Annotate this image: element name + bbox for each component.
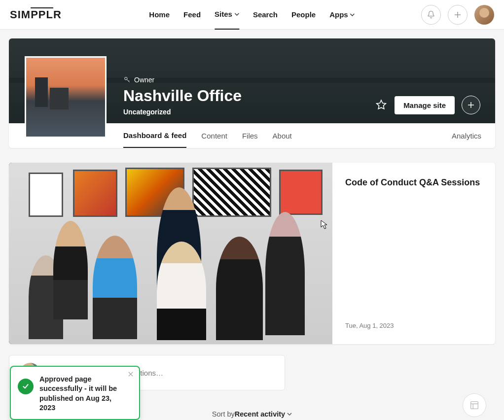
success-toast: Approved page successfully - it will be … bbox=[10, 366, 140, 420]
role-label: Owner bbox=[134, 76, 154, 84]
nav-sites[interactable]: Sites bbox=[215, 0, 239, 30]
site-add-button[interactable] bbox=[462, 96, 480, 114]
nav-search[interactable]: Search bbox=[253, 0, 278, 30]
logo[interactable]: SIMPPLR bbox=[10, 8, 62, 21]
chevron-down-icon bbox=[234, 12, 239, 17]
nav-sites-label: Sites bbox=[215, 0, 232, 29]
nav-home[interactable]: Home bbox=[149, 0, 170, 30]
bell-icon bbox=[426, 10, 436, 20]
check-circle-icon bbox=[18, 379, 34, 394]
featured-title: Code of Conduct Q&A Sessions bbox=[345, 177, 482, 188]
main-nav: Home Feed Sites Search People Apps bbox=[149, 0, 355, 30]
featured-side: Code of Conduct Q&A Sessions Tue, Aug 1,… bbox=[332, 163, 495, 344]
hero-background: Owner Nashville Office Uncategorized Man… bbox=[9, 38, 495, 123]
page-body: Owner Nashville Office Uncategorized Man… bbox=[0, 30, 504, 399]
add-button[interactable] bbox=[448, 5, 468, 25]
top-bar: SIMPPLR Home Feed Sites Search People Ap… bbox=[0, 0, 504, 30]
tab-about[interactable]: About bbox=[273, 123, 292, 148]
chevron-down-icon bbox=[350, 12, 355, 17]
site-thumbnail[interactable] bbox=[25, 56, 107, 138]
plus-icon bbox=[467, 101, 475, 109]
favorite-button[interactable] bbox=[375, 99, 388, 111]
user-avatar[interactable] bbox=[474, 5, 494, 25]
toast-message: Approved page successfully - it will be … bbox=[39, 375, 132, 413]
site-title: Nashville Office bbox=[123, 87, 242, 105]
sort-prefix: Sort by bbox=[212, 410, 235, 418]
nav-apps-label: Apps bbox=[329, 0, 348, 30]
hero-actions: Manage site bbox=[375, 96, 480, 114]
toast-close-button[interactable] bbox=[127, 371, 134, 378]
sort-value: Recent activity bbox=[235, 410, 285, 418]
featured-card[interactable]: Code of Conduct Q&A Sessions Tue, Aug 1,… bbox=[9, 163, 495, 344]
tab-content[interactable]: Content bbox=[201, 123, 227, 148]
owner-line: Owner bbox=[123, 76, 242, 84]
featured-date: Tue, Aug 1, 2023 bbox=[345, 322, 482, 329]
svg-point-0 bbox=[125, 77, 127, 80]
analytics-link[interactable]: Analytics bbox=[452, 132, 481, 140]
close-icon bbox=[127, 371, 134, 378]
chevron-down-icon bbox=[287, 412, 292, 417]
nav-apps[interactable]: Apps bbox=[329, 0, 355, 30]
plus-icon bbox=[453, 10, 462, 19]
template-icon bbox=[469, 400, 480, 411]
logo-part-a: SIM bbox=[10, 8, 31, 21]
key-icon bbox=[123, 76, 131, 84]
svg-rect-1 bbox=[471, 402, 478, 409]
star-icon bbox=[375, 99, 388, 111]
nav-people[interactable]: People bbox=[291, 0, 316, 30]
tab-files[interactable]: Files bbox=[242, 123, 258, 148]
topbar-actions bbox=[421, 5, 494, 25]
template-button[interactable] bbox=[463, 393, 486, 417]
site-category: Uncategorized bbox=[123, 108, 242, 116]
featured-image bbox=[9, 163, 332, 344]
notifications-button[interactable] bbox=[421, 5, 441, 25]
logo-part-b: PPL bbox=[31, 8, 53, 21]
hero-text: Owner Nashville Office Uncategorized bbox=[123, 76, 242, 116]
tab-dashboard-feed[interactable]: Dashboard & feed bbox=[123, 123, 186, 148]
logo-part-c: R bbox=[53, 8, 62, 21]
site-hero: Owner Nashville Office Uncategorized Man… bbox=[9, 38, 495, 148]
manage-site-button[interactable]: Manage site bbox=[395, 96, 455, 114]
nav-feed[interactable]: Feed bbox=[183, 0, 201, 30]
